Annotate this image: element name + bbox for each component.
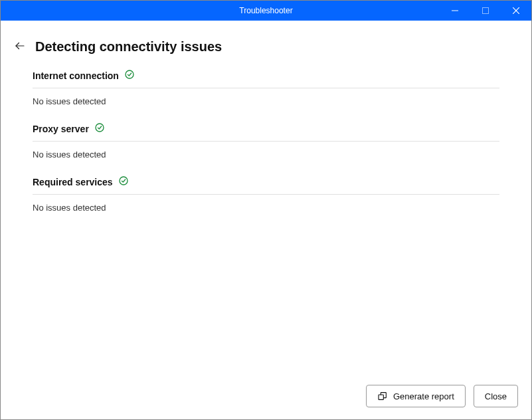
section-head: Proxy server xyxy=(33,122,499,142)
titlebar-controls xyxy=(440,1,531,21)
svg-rect-8 xyxy=(379,395,383,399)
section-required-services: Required services No issues detected xyxy=(33,175,499,213)
section-title: Internet connection xyxy=(33,70,119,81)
back-button[interactable] xyxy=(14,40,26,54)
close-window-button[interactable] xyxy=(501,1,531,21)
section-title: Proxy server xyxy=(33,124,89,134)
minimize-icon xyxy=(452,7,458,14)
section-proxy-server: Proxy server No issues detected xyxy=(33,122,499,159)
sections: Internet connection No issues detected P… xyxy=(1,69,531,374)
header-row: Detecting connectivity issues xyxy=(1,21,531,69)
window-title: Troubleshooter xyxy=(239,6,292,15)
svg-point-7 xyxy=(120,177,128,185)
generate-report-label: Generate report xyxy=(393,391,454,401)
svg-point-6 xyxy=(96,124,104,132)
check-circle-icon xyxy=(94,122,105,136)
footer: Generate report Close xyxy=(1,374,531,419)
close-button-label: Close xyxy=(485,391,507,401)
section-internet-connection: Internet connection No issues detected xyxy=(33,69,499,106)
section-head: Internet connection xyxy=(33,69,499,88)
titlebar: Troubleshooter xyxy=(1,1,531,21)
section-title: Required services xyxy=(33,177,113,187)
maximize-icon xyxy=(482,7,489,14)
svg-rect-1 xyxy=(483,8,489,14)
section-body: No issues detected xyxy=(33,195,499,213)
section-body: No issues detected xyxy=(33,142,499,159)
page-title: Detecting connectivity issues xyxy=(35,39,222,54)
content: Detecting connectivity issues Internet c… xyxy=(1,21,531,419)
svg-point-5 xyxy=(126,70,133,78)
minimize-button[interactable] xyxy=(440,1,470,21)
close-button[interactable]: Close xyxy=(474,385,518,407)
arrow-left-icon xyxy=(14,40,26,52)
report-icon xyxy=(377,391,388,401)
section-body: No issues detected xyxy=(33,88,499,106)
generate-report-button[interactable]: Generate report xyxy=(366,385,466,407)
section-head: Required services xyxy=(33,175,499,195)
close-icon xyxy=(513,7,519,14)
maximize-button[interactable] xyxy=(470,1,501,21)
check-circle-icon xyxy=(118,175,129,189)
check-circle-icon xyxy=(124,69,135,82)
